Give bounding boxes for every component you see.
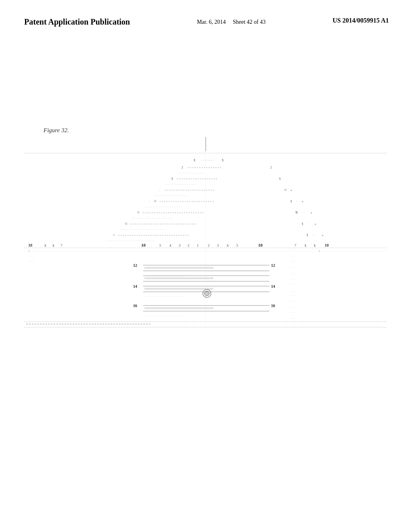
svg-text:·: · <box>54 249 55 253</box>
svg-text:× × × × × × × × × × × × × × × : × × × × × × × × × × × × × × × × × × × × … <box>165 189 215 192</box>
svg-text:·: · <box>28 313 29 316</box>
svg-text:· · · ·: · · · · <box>290 260 296 264</box>
svg-text:×: × <box>113 233 115 237</box>
svg-text:‡‡‡‡‡‡‡‡‡‡‡‡‡‡‡‡‡‡‡‡‡‡‡‡‡‡‡‡‡‡: ‡‡‡‡‡‡‡‡‡‡‡‡‡‡‡‡‡‡‡‡‡‡‡‡‡‡‡‡‡‡‡‡‡‡‡‡‡‡‡‡… <box>144 287 213 290</box>
svg-text:7: 7 <box>60 243 63 247</box>
svg-text:§: § <box>314 243 316 247</box>
svg-text:«: « <box>322 233 323 237</box>
svg-text:·: · <box>36 266 37 269</box>
svg-text:§: § <box>307 233 308 237</box>
svg-text:· · · ·: · · · · <box>28 255 33 258</box>
svg-text:3: 3 <box>179 243 181 247</box>
svg-text:· · · · · · · · · · · · · · · : · · · · · · · · · · · · · · · · · · · · … <box>144 315 184 317</box>
svg-text:· · · ·: · · · · <box>290 311 296 314</box>
svg-text:· · · · · · · ·: · · · · · · · · <box>202 158 214 162</box>
svg-text:12: 12 <box>271 263 275 268</box>
svg-text:·: · <box>36 300 37 303</box>
svg-text:10: 10 <box>258 243 263 247</box>
svg-text:· · · ·: · · · · <box>290 290 296 293</box>
svg-text:10: 10 <box>141 243 146 247</box>
svg-text:§: § <box>171 177 173 181</box>
svg-text:·: · <box>46 272 47 276</box>
svg-text:· · · ·: · · · · <box>290 283 296 286</box>
svg-text:· ·: · · <box>307 222 309 226</box>
svg-text:· · · · · · · · · · · · · · · : · · · · · · · · · · · · · · · · · · · · … <box>144 295 184 298</box>
svg-text:16: 16 <box>133 303 137 308</box>
svg-text:× × × × × × × × × × × × × × × : × × × × × × × × × × × × × × × × × × × × … <box>142 211 204 214</box>
svg-text:· · · · · · · · · · · · · · · : · · · · · · · · · · · · · · · · · · · · … <box>165 183 196 186</box>
svg-text:·: · <box>28 286 29 289</box>
svg-text:4: 4 <box>169 243 171 247</box>
svg-text:16: 16 <box>271 303 275 308</box>
svg-text:©: © <box>284 188 287 192</box>
svg-text:«: « <box>290 188 292 192</box>
svg-text:·: · <box>36 286 37 289</box>
svg-text:©: © <box>154 200 156 203</box>
svg-text:ℜ: ℜ <box>295 211 298 214</box>
svg-text:·: · <box>290 249 291 253</box>
svg-text:§: § <box>305 243 307 247</box>
svg-text:· · · ·: · · · · <box>290 255 296 258</box>
svg-text:·: · <box>296 200 297 203</box>
svg-text:7: 7 <box>294 243 296 247</box>
svg-text:· · · ·: · · · · <box>290 272 296 276</box>
svg-text:4: 4 <box>227 243 229 247</box>
svg-text:·: · <box>28 266 29 269</box>
svg-text:§: § <box>319 249 320 253</box>
svg-text:·: · <box>46 266 47 269</box>
svg-text:· · · · · · · · · · · · · · · : · · · · · · · · · · · · · · · · · · · <box>177 172 204 175</box>
svg-text:§: § <box>44 243 46 247</box>
publication-date: Mar. 6, 2014 <box>197 19 226 25</box>
svg-text:‡‡‡‡‡‡‡‡‡‡‡‡‡‡‡‡‡‡‡‡‡‡‡‡‡‡‡‡‡‡: ‡‡‡‡‡‡‡‡‡‡‡‡‡‡‡‡‡‡‡‡‡‡‡‡‡‡‡‡‡‡‡‡‡‡‡‡‡‡‡‡… <box>144 266 213 269</box>
svg-text:·: · <box>54 313 55 316</box>
svg-text:5: 5 <box>159 243 161 247</box>
svg-text:2: 2 <box>208 243 210 247</box>
svg-text:§: § <box>28 249 30 253</box>
svg-text:10: 10 <box>28 243 32 247</box>
svg-text:·: · <box>36 294 37 297</box>
svg-text:· · · · · · · · · · · · · · · : · · · · · · · · · · · · · · · · · · · · … <box>131 217 173 220</box>
diagram-svg: § · · · · · · · · § 2 × × × × × × × × × … <box>24 137 387 480</box>
svg-text:· · ·: · · · <box>312 234 316 237</box>
svg-text:· · · ·: · · · · <box>290 306 296 309</box>
svg-text:·: · <box>28 300 29 303</box>
svg-text:· · · ·: · · · · <box>290 278 296 281</box>
svg-text:§: § <box>52 243 54 247</box>
svg-text:·: · <box>54 300 55 303</box>
svg-text:§: § <box>290 200 292 203</box>
svg-text:12: 12 <box>133 263 137 268</box>
svg-text:· · ·: · · · <box>301 211 305 214</box>
svg-text:· · · ·: · · · · <box>290 317 296 320</box>
svg-text:·: · <box>46 300 47 303</box>
svg-text:· · · · · · · · · · · · · · · : · · · · · · · · · · · · · · · · · · · · … <box>119 228 164 231</box>
patent-number: US 2014/0059915 A1 <box>332 16 389 25</box>
svg-text:5: 5 <box>236 243 238 247</box>
svg-text:· · · ·: · · · · <box>290 300 296 303</box>
svg-text:·: · <box>54 286 55 289</box>
svg-text:× × × × × × × × × × × × × × × : × × × × × × × × × × × × × × × × × × <box>177 177 217 181</box>
diagram-area: § · · · · · · · · § 2 × × × × × × × × × … <box>24 137 389 451</box>
svg-text:§: § <box>302 222 303 226</box>
svg-text:· · · ·: · · · · <box>290 266 296 269</box>
svg-text:14: 14 <box>271 284 275 289</box>
svg-text:·: · <box>36 249 37 253</box>
svg-text:· · · ·: · · · · <box>290 294 296 297</box>
svg-text:2: 2 <box>188 243 190 247</box>
svg-text:∞ ∞ ∞ ∞ ∞ ∞ ∞ ∞ ∞ ∞ ∞ ∞ ∞ ∞ ∞ : ∞ ∞ ∞ ∞ ∞ ∞ ∞ ∞ ∞ ∞ ∞ ∞ ∞ ∞ ∞ ∞ ∞ ∞ ∞ ∞ … <box>26 322 150 326</box>
svg-text:·: · <box>300 249 300 253</box>
svg-text:‡‡‡‡‡‡‡‡‡‡‡‡‡‡‡‡‡‡‡‡‡‡‡‡‡‡‡‡‡‡: ‡‡‡‡‡‡‡‡‡‡‡‡‡‡‡‡‡‡‡‡‡‡‡‡‡‡‡‡‡‡‡‡‡‡‡‡‡‡‡‡… <box>144 307 213 309</box>
svg-text:·: · <box>36 272 37 276</box>
header-center-info: Mar. 6, 2014 Sheet 42 of 43 <box>197 16 265 27</box>
svg-text:«: « <box>315 222 316 226</box>
svg-text:·: · <box>46 286 47 289</box>
svg-text:2: 2 <box>270 166 272 169</box>
svg-text:· · · · · · · · · · · · · · · : · · · · · · · · · · · · · · · · · · · · … <box>154 194 188 197</box>
svg-text:·: · <box>54 266 55 269</box>
svg-text:·: · <box>46 313 47 316</box>
svg-text:©: © <box>137 211 140 214</box>
svg-text:·: · <box>28 272 29 276</box>
svg-text:·: · <box>46 249 47 253</box>
svg-text:· · · · · · · · · · · · · · · : · · · · · · · · · · · · · · · · · · · · … <box>143 206 181 209</box>
svg-text:·: · <box>28 294 29 297</box>
publication-title: Patent Application Publication <box>24 16 130 27</box>
